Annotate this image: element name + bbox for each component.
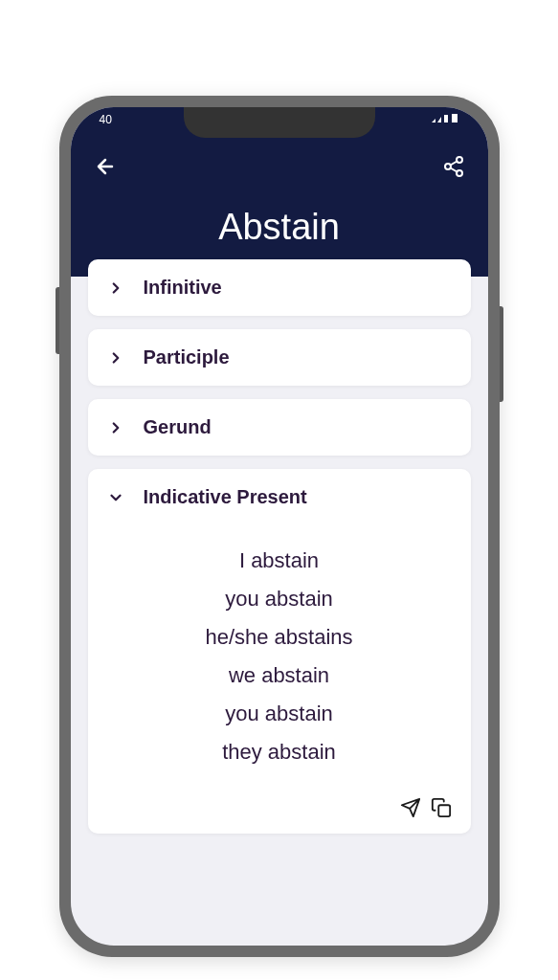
section-infinitive-label: Infinitive [144,277,222,299]
section-participle: Participle [88,329,471,386]
back-button[interactable] [94,155,117,178]
svg-line-3 [450,168,457,172]
chevron-right-icon [107,419,124,436]
section-infinitive: Infinitive [88,259,471,316]
card-actions [88,797,471,834]
section-gerund-label: Gerund [144,416,212,438]
section-indicative-present-header[interactable]: Indicative Present [88,469,471,525]
conjugation-line: you abstain [107,587,452,612]
header-top [71,155,488,178]
conjugation-line: you abstain [107,702,452,726]
chevron-right-icon [107,279,124,297]
svg-line-4 [450,162,457,166]
section-participle-label: Participle [144,346,230,368]
send-button[interactable] [400,797,421,818]
status-time: 40 [100,113,112,127]
phone-side-button-right [500,306,503,402]
conjugation-line: he/she abstains [107,625,452,650]
chevron-down-icon [107,489,124,506]
phone-frame: 40 Abstain Infi [59,96,500,957]
section-indicative-present-body: I abstain you abstain he/she abstains we… [88,525,471,797]
chevron-right-icon [107,349,124,367]
section-indicative-present-label: Indicative Present [144,486,307,508]
share-button[interactable] [442,155,465,178]
conjugation-line: we abstain [107,663,452,688]
section-participle-header[interactable]: Participle [88,329,471,386]
content: Infinitive Participle Gerund [71,259,488,834]
section-indicative-present: Indicative Present I abstain you abstain… [88,469,471,834]
copy-button[interactable] [431,797,452,818]
section-gerund: Gerund [88,399,471,456]
notch [184,107,375,138]
page-title: Abstain [71,207,488,248]
svg-rect-5 [438,805,450,816]
conjugation-line: they abstain [107,740,452,765]
section-gerund-header[interactable]: Gerund [88,399,471,456]
conjugation-line: I abstain [107,548,452,573]
phone-side-button-left [56,287,59,354]
section-infinitive-header[interactable]: Infinitive [88,259,471,316]
status-icons [431,113,459,127]
screen: 40 Abstain Infi [71,107,488,946]
